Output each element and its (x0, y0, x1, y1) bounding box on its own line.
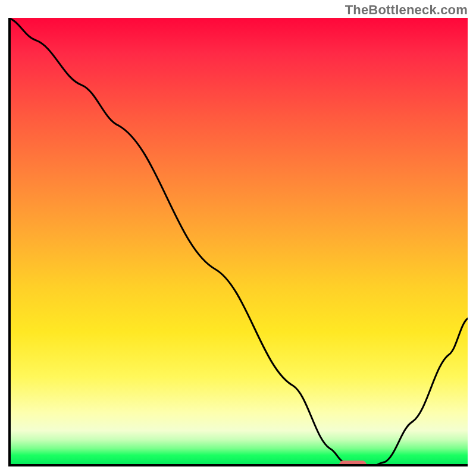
chart-axes (8, 18, 468, 466)
chart-container: TheBottleneck.com (0, 0, 476, 476)
watermark-label: TheBottleneck.com (345, 2, 468, 18)
plot-area (8, 18, 468, 466)
